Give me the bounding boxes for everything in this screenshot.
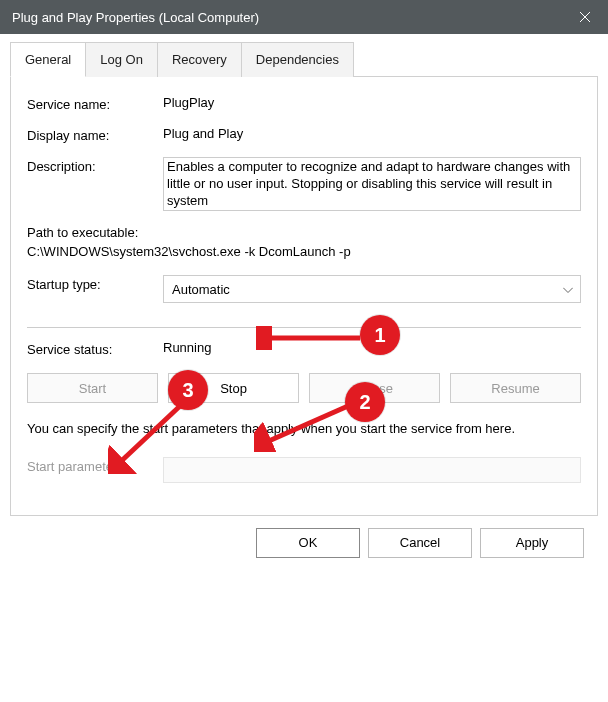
path-block: Path to executable: C:\WINDOWS\system32\… xyxy=(27,225,581,259)
row-start-parameters: Start parameters: xyxy=(27,457,581,483)
service-name-label: Service name: xyxy=(27,95,163,112)
startup-type-label: Startup type: xyxy=(27,275,163,292)
path-label: Path to executable: xyxy=(27,225,581,240)
display-name-label: Display name: xyxy=(27,126,163,143)
tab-recovery[interactable]: Recovery xyxy=(158,42,242,77)
dialog-body: General Log On Recovery Dependencies Ser… xyxy=(0,34,608,572)
window-title: Plug and Play Properties (Local Computer… xyxy=(12,10,562,25)
close-icon xyxy=(579,11,591,23)
description-label: Description: xyxy=(27,157,163,174)
row-display-name: Display name: Plug and Play xyxy=(27,126,581,143)
row-startup-type: Startup type: Automatic xyxy=(27,275,581,303)
startup-type-select-wrap: Automatic xyxy=(163,275,581,303)
service-name-value: PlugPlay xyxy=(163,95,581,110)
description-textbox[interactable]: Enables a computer to recognize and adap… xyxy=(163,157,581,211)
tab-dependencies[interactable]: Dependencies xyxy=(242,42,354,77)
row-service-status: Service status: Running xyxy=(27,340,581,357)
row-service-name: Service name: PlugPlay xyxy=(27,95,581,112)
dialog-actions: OK Cancel Apply xyxy=(10,516,598,572)
tab-content-general: Service name: PlugPlay Display name: Plu… xyxy=(10,77,598,516)
tab-logon[interactable]: Log On xyxy=(86,42,158,77)
display-name-value: Plug and Play xyxy=(163,126,581,141)
tab-strip: General Log On Recovery Dependencies xyxy=(10,42,598,77)
startup-type-select[interactable]: Automatic xyxy=(163,275,581,303)
stop-button[interactable]: Stop xyxy=(168,373,299,403)
service-control-buttons: Start Stop Pause Resume xyxy=(27,373,581,403)
path-value: C:\WINDOWS\system32\svchost.exe -k DcomL… xyxy=(27,244,581,259)
start-parameters-input[interactable] xyxy=(163,457,581,483)
start-params-hint: You can specify the start parameters tha… xyxy=(27,419,581,439)
ok-button[interactable]: OK xyxy=(256,528,360,558)
separator xyxy=(27,327,581,328)
start-parameters-label: Start parameters: xyxy=(27,457,163,474)
cancel-button[interactable]: Cancel xyxy=(368,528,472,558)
service-status-label: Service status: xyxy=(27,340,163,357)
close-button[interactable] xyxy=(562,0,608,34)
apply-button[interactable]: Apply xyxy=(480,528,584,558)
pause-button[interactable]: Pause xyxy=(309,373,440,403)
service-status-value: Running xyxy=(163,340,581,355)
tab-general[interactable]: General xyxy=(10,42,86,77)
row-description: Description: Enables a computer to recog… xyxy=(27,157,581,211)
resume-button[interactable]: Resume xyxy=(450,373,581,403)
titlebar: Plug and Play Properties (Local Computer… xyxy=(0,0,608,34)
start-button[interactable]: Start xyxy=(27,373,158,403)
